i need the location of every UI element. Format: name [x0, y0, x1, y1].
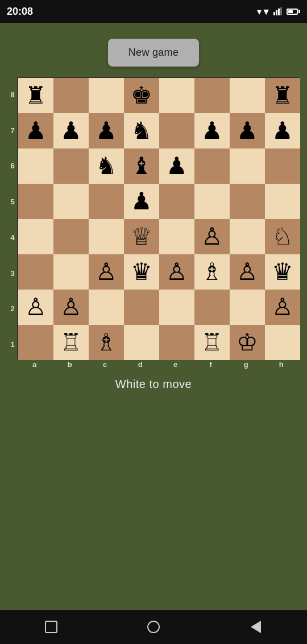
cell-a1[interactable]	[18, 325, 53, 360]
cell-h6[interactable]	[265, 148, 300, 184]
signal-icon	[273, 7, 284, 15]
cell-b1[interactable]: ♖	[53, 325, 89, 360]
cell-e8[interactable]	[159, 78, 194, 113]
battery-icon	[287, 9, 300, 15]
svg-rect-0	[273, 12, 275, 15]
cell-b2[interactable]: ♙	[53, 290, 89, 325]
svg-rect-3	[280, 7, 282, 15]
cell-b3[interactable]	[53, 254, 89, 290]
cell-b6[interactable]	[53, 148, 89, 184]
cell-g2[interactable]	[230, 290, 265, 325]
cell-a2[interactable]: ♙	[18, 290, 53, 325]
nav-bar	[0, 610, 307, 644]
rank-label-5: 5	[10, 198, 14, 205]
rank-label-1: 1	[10, 341, 14, 348]
status-time: 20:08	[7, 6, 33, 18]
cell-h3[interactable]: ♛	[265, 254, 300, 290]
file-label-b: b	[52, 360, 88, 369]
cell-d3[interactable]: ♛	[124, 254, 159, 290]
rank-label-7: 7	[10, 127, 14, 134]
cell-e2[interactable]	[159, 290, 194, 325]
svg-rect-1	[276, 10, 277, 15]
cell-f4[interactable]: ♙	[194, 219, 230, 254]
cell-d8[interactable]: ♚	[124, 78, 159, 113]
cell-f1[interactable]: ♖	[194, 325, 230, 360]
cell-h4[interactable]: ♘	[265, 219, 300, 254]
cell-c4[interactable]	[89, 219, 124, 254]
cell-d1[interactable]	[124, 325, 159, 360]
cell-e4[interactable]	[159, 219, 194, 254]
wifi-icon: ▾▼	[257, 6, 271, 17]
cell-a3[interactable]	[18, 254, 53, 290]
cell-e7[interactable]	[159, 113, 194, 148]
file-label-f: f	[193, 360, 229, 369]
file-label-c: c	[88, 360, 123, 369]
cell-a6[interactable]	[18, 148, 53, 184]
new-game-button[interactable]: New game	[108, 39, 199, 67]
file-label-a: a	[17, 360, 52, 369]
file-label-d: d	[123, 360, 158, 369]
board-and-files: ♜♚♜♟♟♟♞♟♟♟♞♝♟♟♕♙♘♙♛♙♗♙♛♙♙♙♖♗♖♔ abcdefgh	[17, 77, 299, 370]
cell-e6[interactable]: ♟	[159, 148, 194, 184]
cell-h7[interactable]: ♟	[265, 113, 300, 148]
cell-f7[interactable]: ♟	[194, 113, 230, 148]
cell-f3[interactable]: ♗	[194, 254, 230, 290]
cell-c1[interactable]: ♗	[89, 325, 124, 360]
cell-d6[interactable]: ♝	[124, 148, 159, 184]
cell-c2[interactable]	[89, 290, 124, 325]
cell-d4[interactable]: ♕	[124, 219, 159, 254]
circle-icon	[147, 621, 160, 633]
back-button[interactable]	[244, 616, 267, 638]
rank-label-4: 4	[10, 234, 14, 241]
file-label-e: e	[158, 360, 193, 369]
home-button[interactable]	[142, 616, 165, 638]
cell-g1[interactable]: ♔	[230, 325, 265, 360]
cell-g3[interactable]: ♙	[230, 254, 265, 290]
recent-apps-button[interactable]	[40, 616, 63, 638]
cell-b8[interactable]	[53, 78, 89, 113]
rank-label-6: 6	[10, 162, 14, 170]
cell-c3[interactable]: ♙	[89, 254, 124, 290]
cell-b5[interactable]	[53, 184, 89, 219]
chess-board[interactable]: ♜♚♜♟♟♟♞♟♟♟♞♝♟♟♕♙♘♙♛♙♗♙♛♙♙♙♖♗♖♔	[17, 77, 299, 359]
cell-b4[interactable]	[53, 219, 89, 254]
svg-rect-2	[278, 9, 280, 15]
cell-f2[interactable]	[194, 290, 230, 325]
chess-board-container: 87654321 ♜♚♜♟♟♟♞♟♟♟♞♝♟♟♕♙♘♙♛♙♗♙♛♙♙♙♖♗♖♔ …	[8, 77, 298, 370]
cell-a5[interactable]	[18, 184, 53, 219]
cell-g5[interactable]	[230, 184, 265, 219]
cell-d5[interactable]: ♟	[124, 184, 159, 219]
cell-c7[interactable]: ♟	[89, 113, 124, 148]
cell-g7[interactable]: ♟	[230, 113, 265, 148]
file-label-h: h	[264, 360, 299, 369]
file-label-g: g	[229, 360, 264, 369]
cell-f8[interactable]	[194, 78, 230, 113]
cell-g4[interactable]	[230, 219, 265, 254]
rank-label-2: 2	[10, 305, 14, 312]
cell-c6[interactable]: ♞	[89, 148, 124, 184]
game-status: White to move	[115, 378, 192, 391]
status-icons: ▾▼	[257, 6, 300, 17]
cell-h2[interactable]: ♙	[265, 290, 300, 325]
cell-e1[interactable]	[159, 325, 194, 360]
cell-e5[interactable]	[159, 184, 194, 219]
cell-e3[interactable]: ♙	[159, 254, 194, 290]
cell-h1[interactable]	[265, 325, 300, 360]
cell-g8[interactable]	[230, 78, 265, 113]
cell-d2[interactable]	[124, 290, 159, 325]
square-icon	[45, 621, 57, 633]
cell-a8[interactable]: ♜	[18, 78, 53, 113]
cell-f6[interactable]	[194, 148, 230, 184]
cell-f5[interactable]	[194, 184, 230, 219]
cell-c8[interactable]	[89, 78, 124, 113]
cell-d7[interactable]: ♞	[124, 113, 159, 148]
cell-h8[interactable]: ♜	[265, 78, 300, 113]
back-icon	[251, 621, 261, 633]
cell-g6[interactable]	[230, 148, 265, 184]
cell-a7[interactable]: ♟	[18, 113, 53, 148]
cell-h5[interactable]	[265, 184, 300, 219]
cell-b7[interactable]: ♟	[53, 113, 89, 148]
rank-label-8: 8	[10, 91, 14, 98]
cell-a4[interactable]	[18, 219, 53, 254]
cell-c5[interactable]	[89, 184, 124, 219]
